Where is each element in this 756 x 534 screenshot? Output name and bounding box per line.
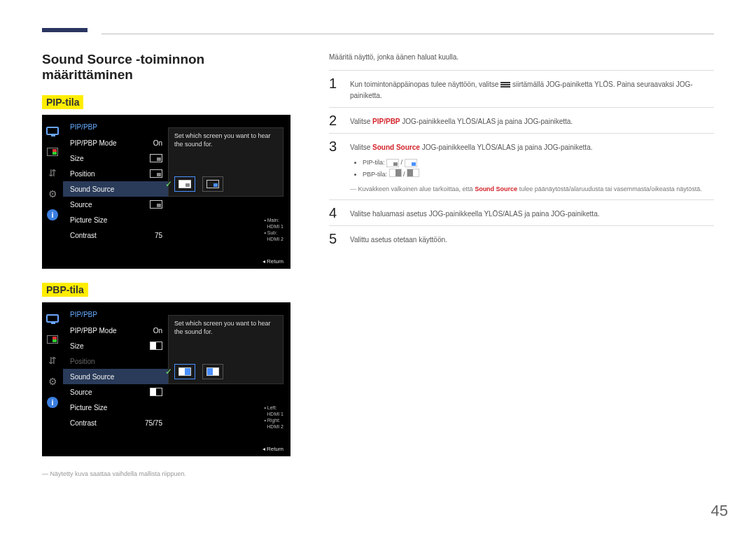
osd-row-source: Source (63, 384, 168, 400)
sidebar-pip-icon (45, 332, 60, 347)
pbp-right-icon (407, 169, 419, 177)
osd-popup: Set which screen you want to hear the so… (168, 127, 284, 197)
osd-signal-info: • Main: HDMI 1 • Sub: HDMI 2 (264, 217, 284, 242)
step-3: 3 Valitse Sound Source JOG-painikkeella … (329, 133, 714, 199)
osd-row-position: Position (63, 353, 168, 369)
sidebar-gear-icon (45, 186, 60, 202)
osd-signal-info: • Left: HDMI 1 • Right: HDMI 2 (264, 405, 284, 430)
osd-row-source: Source (63, 197, 168, 212)
osd-row-mode: PIP/PBP ModeOn (63, 135, 168, 150)
step2-text-a: Valitse (350, 118, 372, 125)
sidebar-pip-icon (45, 144, 60, 160)
step-5: 5 Valittu asetus otetaan käyttöön. (329, 225, 714, 251)
intro-text: Määritä näyttö, jonka äänen haluat kuull… (329, 52, 714, 63)
osd-row-picture-size: Picture Size (63, 212, 168, 227)
bullet-pbp: PBP-tila: / (363, 169, 714, 179)
osd-row-contrast: Contrast75 (63, 227, 168, 243)
page-title: Sound Source -toiminnon määrittäminen (42, 52, 290, 83)
menu-icon (500, 81, 510, 88)
image-disclaimer: ― Näytetty kuva saattaa vaihdella mallis… (42, 470, 290, 477)
sound-option-left-icon: ✓ (174, 364, 195, 379)
sidebar-monitor-icon (45, 123, 60, 139)
sidebar-info-icon: i (45, 207, 60, 223)
header-mark (42, 28, 88, 32)
pbp-mode-label: PBP-tila (42, 283, 88, 297)
step1-text-a: Kun toimintonäppäinopas tulee näyttöön, … (350, 80, 500, 88)
step2-link: PIP/PBP (372, 118, 400, 125)
step2-text-b: JOG-painikkeella YLÖS/ALAS ja paina JOG-… (400, 118, 573, 125)
step3-text-b: JOG-painikkeella YLÖS/ALAS ja paina JOG-… (420, 143, 593, 151)
pbp-left-icon (389, 169, 402, 177)
sidebar-arrows-icon (45, 165, 60, 181)
sidebar-arrows-icon (45, 353, 60, 368)
header-rule (102, 34, 714, 34)
sound-option-right-icon (202, 364, 223, 379)
bullet-pip: PIP-tila: / (363, 157, 714, 167)
osd-row-contrast: Contrast75/75 (63, 415, 168, 430)
step3-text-a: Valitse (350, 143, 372, 151)
step-4: 4 Valitse haluamasi asetus JOG-painikkee… (329, 199, 714, 225)
osd-row-size: Size (63, 338, 168, 353)
osd-row-sound-source: Sound Source (63, 181, 168, 197)
osd-menu-title: PIP/PBP (63, 311, 168, 323)
pip-main-icon (386, 159, 399, 167)
sidebar-monitor-icon (45, 311, 60, 326)
pip-sub-icon (405, 159, 417, 167)
osd-popup-desc: Set which screen you want to hear the so… (174, 132, 277, 148)
osd-popup: Set which screen you want to hear the so… (168, 315, 284, 384)
osd-row-picture-size: Picture Size (63, 400, 168, 415)
osd-row-size: Size (63, 150, 168, 166)
osd-pip-screenshot: i PIP/PBP PIP/PBP ModeOn Size Position S… (42, 115, 290, 269)
osd-popup-desc: Set which screen you want to hear the so… (174, 320, 277, 336)
sound-option-main-icon: ✓ (174, 176, 195, 192)
osd-menu-title: PIP/PBP (63, 123, 168, 135)
step3-note: ― Kuvakkeen valkoinen alue tarkoittaa, e… (350, 184, 714, 194)
sidebar-info-icon: i (45, 395, 60, 410)
step-1: 1 Kun toimintonäppäinopas tulee näyttöön… (329, 70, 714, 107)
page-number: 45 (711, 502, 728, 520)
osd-row-sound-source: Sound Source (63, 369, 168, 384)
step3-link: Sound Source (372, 143, 420, 151)
step-2: 2 Valitse PIP/PBP JOG-painikkeella YLÖS/… (329, 107, 714, 133)
osd-pbp-screenshot: i PIP/PBP PIP/PBP ModeOn Size Position S… (42, 302, 290, 456)
osd-return: ◂ Return (262, 258, 284, 265)
pip-mode-label: PIP-tila (42, 95, 83, 109)
sound-option-sub-icon (202, 176, 223, 192)
osd-row-mode: PIP/PBP ModeOn (63, 323, 168, 338)
sidebar-gear-icon (45, 374, 60, 389)
osd-return: ◂ Return (262, 446, 284, 452)
osd-row-position: Position (63, 166, 168, 181)
